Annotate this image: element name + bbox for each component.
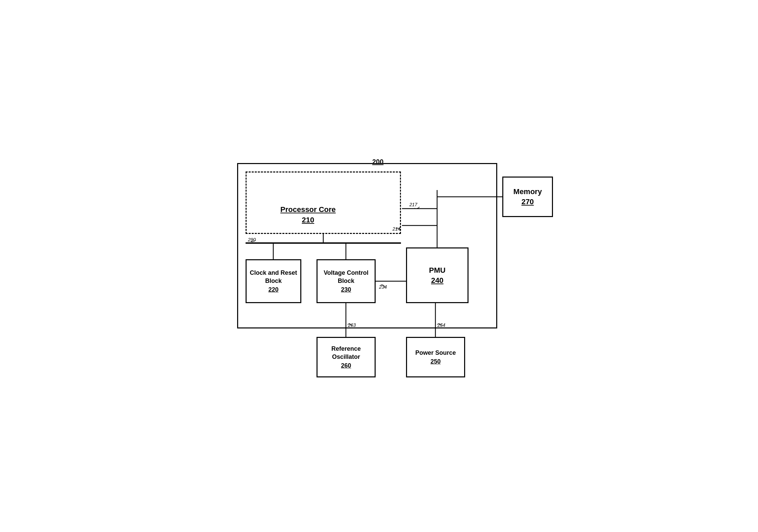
processor-core-label: Processor Core 210 <box>280 205 336 225</box>
pmu-title: PMU <box>429 266 446 275</box>
block-ref-oscillator: Reference Oscillator 260 <box>317 337 376 377</box>
clock-reset-title: Clock and Reset Block <box>247 269 300 285</box>
power-source-title: Power Source <box>415 349 456 357</box>
block-clock-reset: Clock and Reset Block 220 <box>246 259 301 303</box>
power-source-number: 250 <box>430 358 440 365</box>
memory-number: 270 <box>522 197 534 206</box>
diagram-container: 200 Processor Core 210 Clock and Reset B… <box>227 156 531 376</box>
memory-title: Memory <box>513 187 542 196</box>
block-voltage-control: Voltage Control Block 230 <box>317 259 376 303</box>
label-200: 200 <box>372 158 383 166</box>
processor-core-title: Processor Core <box>280 205 336 215</box>
bus-line <box>246 242 401 244</box>
block-memory: Memory 270 <box>502 177 553 217</box>
processor-core-box: Processor Core 210 <box>246 171 401 234</box>
processor-core-number: 210 <box>280 215 336 225</box>
ref-oscillator-number: 260 <box>341 362 351 369</box>
ref-oscillator-title: Reference Oscillator <box>318 345 375 361</box>
clock-reset-number: 220 <box>268 286 278 293</box>
block-power-source: Power Source 250 <box>406 337 465 377</box>
block-pmu: PMU 240 <box>406 247 469 303</box>
voltage-control-title: Voltage Control Block <box>318 269 375 285</box>
pmu-number: 240 <box>431 276 444 285</box>
voltage-control-number: 230 <box>341 286 351 293</box>
